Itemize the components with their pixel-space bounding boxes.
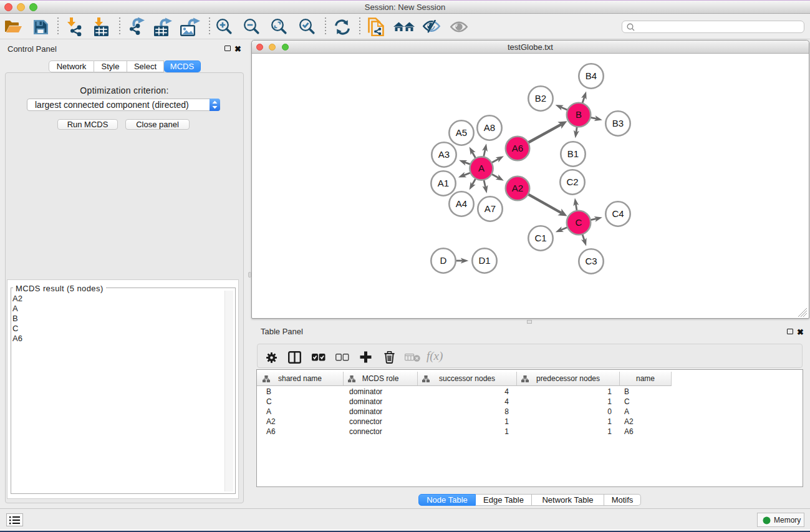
svg-text:A6: A6 <box>512 143 523 153</box>
svg-text:A1: A1 <box>438 178 449 188</box>
svg-text:A4: A4 <box>456 198 467 209</box>
svg-text:B: B <box>576 109 582 120</box>
svg-text:D1: D1 <box>478 255 490 266</box>
svg-text:C4: C4 <box>612 208 624 219</box>
svg-text:A2: A2 <box>512 183 523 193</box>
svg-text:A3: A3 <box>438 149 450 160</box>
svg-text:A8: A8 <box>484 122 495 133</box>
svg-text:B2: B2 <box>535 93 546 104</box>
svg-text:A5: A5 <box>456 127 467 138</box>
svg-text:B1: B1 <box>567 148 579 159</box>
svg-text:A: A <box>478 163 485 173</box>
svg-text:D: D <box>440 255 447 266</box>
svg-text:C: C <box>576 217 582 228</box>
svg-text:C1: C1 <box>534 233 546 243</box>
svg-text:A7: A7 <box>485 203 496 214</box>
svg-text:C2: C2 <box>566 177 578 187</box>
svg-text:B4: B4 <box>586 70 597 81</box>
svg-text:B3: B3 <box>612 118 624 128</box>
svg-text:C3: C3 <box>585 256 597 266</box>
